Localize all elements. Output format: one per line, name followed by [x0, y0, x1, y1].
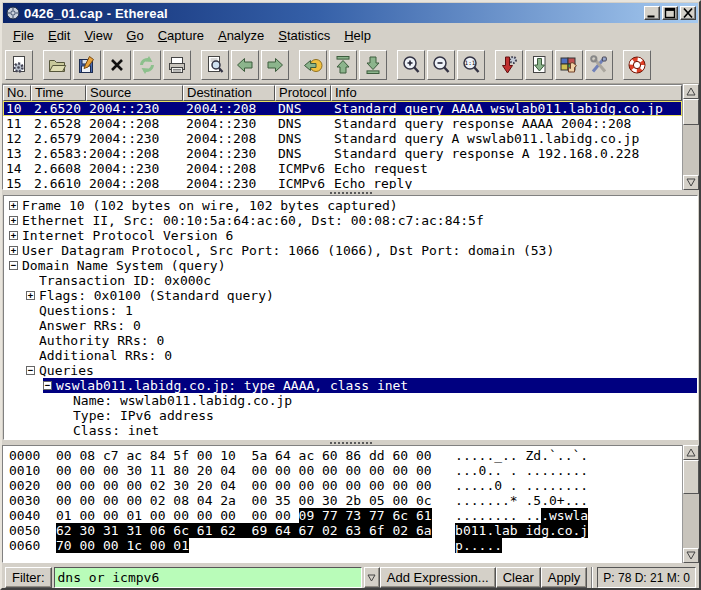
column-header-info[interactable]: Info	[331, 85, 682, 101]
detail-line[interactable]: Answer RRs: 0	[4, 318, 697, 333]
toolbar-close-button[interactable]	[103, 50, 131, 80]
detail-line[interactable]: −wswlab011.labidg.co.jp: type AAAA, clas…	[4, 378, 697, 393]
scroll-down-button[interactable]	[683, 548, 699, 563]
menu-item-view[interactable]: View	[77, 26, 119, 45]
scroll-up-button[interactable]	[683, 84, 699, 99]
toolbar-zoom-100-button[interactable]: 1:1	[457, 50, 485, 80]
menu-item-help[interactable]: Help	[337, 26, 378, 45]
packet-list-scrollbar[interactable]	[682, 84, 699, 190]
indent-spacer	[4, 295, 26, 296]
packet-row-11[interactable]: 112.65282004::2082004::230DNSStandard qu…	[3, 116, 682, 131]
toolbar-zoom-out-button[interactable]	[427, 50, 455, 80]
column-header-protocol[interactable]: Protocol	[275, 85, 331, 101]
hex-scrollbar[interactable]	[682, 445, 699, 563]
toolbar-print-button[interactable]	[163, 50, 191, 80]
collapse-icon[interactable]: −	[9, 261, 18, 270]
minimize-icon	[645, 7, 659, 19]
toolbar-capture-options-button[interactable]	[5, 50, 33, 80]
splitter-grip	[328, 191, 374, 195]
menu-item-analyze[interactable]: Analyze	[211, 26, 271, 45]
maximize-button[interactable]	[662, 6, 678, 20]
packet-row-10[interactable]: 102.65202004::2302004::208DNSStandard qu…	[3, 101, 682, 116]
detail-line[interactable]: Transaction ID: 0x000c	[4, 273, 697, 288]
expand-icon[interactable]: +	[9, 216, 18, 225]
column-header-destination[interactable]: Destination	[183, 85, 275, 101]
menu-item-statistics[interactable]: Statistics	[271, 26, 337, 45]
detail-line[interactable]: Authority RRs: 0	[4, 333, 697, 348]
detail-line[interactable]: Questions: 1	[4, 303, 697, 318]
detail-line[interactable]: +Internet Protocol Version 6	[4, 228, 697, 243]
detail-line[interactable]: −Queries	[4, 363, 697, 378]
menu-item-go[interactable]: Go	[119, 26, 150, 45]
hex-row[interactable]: 000000 08 c7 ac 84 5f 00 10 5a 64 ac 60 …	[9, 448, 682, 463]
detail-line[interactable]: +Frame 10 (102 bytes on wire, 102 bytes …	[4, 198, 697, 213]
close-window-button[interactable]	[680, 6, 696, 20]
column-header-no[interactable]: No.	[3, 85, 31, 101]
column-header-label: Source	[90, 86, 131, 100]
hex-row[interactable]: 003000 00 00 00 02 08 04 2a 00 35 00 30 …	[9, 493, 682, 508]
filter-button[interactable]: Filter:	[5, 567, 52, 588]
menu-item-edit[interactable]: Edit	[41, 26, 77, 45]
expand-icon[interactable]: +	[9, 201, 18, 210]
hex-row[interactable]: 002000 00 00 00 02 30 20 04 00 00 00 00 …	[9, 478, 682, 493]
toolbar-capture-filter-button[interactable]	[495, 50, 523, 80]
expand-icon[interactable]: +	[9, 246, 18, 255]
filter-input[interactable]	[54, 567, 362, 588]
collapse-icon[interactable]: −	[26, 366, 35, 375]
apply-button[interactable]: Apply	[541, 567, 588, 588]
toolbar-help-button[interactable]	[623, 50, 651, 80]
indent-spacer	[4, 280, 39, 281]
detail-line[interactable]: Additional RRs: 0	[4, 348, 697, 363]
hex-row[interactable]: 001000 00 00 30 11 80 20 04 00 00 00 00 …	[9, 463, 682, 478]
packet-destination: 2004::208	[183, 101, 275, 116]
add-expression-button[interactable]: Add Expression...	[380, 567, 496, 588]
packet-time: 2.6583:	[31, 146, 86, 161]
toolbar-display-filter-button[interactable]	[525, 50, 553, 80]
column-header-time[interactable]: Time	[31, 85, 86, 101]
toolbar-reload-button[interactable]	[133, 50, 161, 80]
toolbar-goto-packet-button[interactable]	[299, 50, 327, 80]
toolbar-back-button[interactable]	[231, 50, 259, 80]
scroll-up-button[interactable]	[683, 445, 699, 460]
packet-destination: 2004::230	[183, 176, 275, 190]
hex-ascii: p.....	[455, 538, 502, 553]
filter-dropdown-button[interactable]	[364, 567, 380, 588]
hex-row[interactable]: 006070 00 00 1c 00 01p.....	[9, 538, 682, 553]
detail-line[interactable]: Class: inet	[4, 423, 697, 438]
packet-no: 14	[3, 161, 31, 176]
scrollbar-thumb[interactable]	[683, 460, 699, 494]
toolbar-zoom-in-button[interactable]	[397, 50, 425, 80]
detail-line[interactable]: Type: IPv6 address	[4, 408, 697, 423]
packet-row-13[interactable]: 132.6583:2004::2082004::230DNSStandard q…	[3, 146, 682, 161]
packet-row-12[interactable]: 122.65792004::2302004::208DNSStandard qu…	[3, 131, 682, 146]
expand-icon[interactable]: +	[26, 291, 35, 300]
hex-row[interactable]: 004001 00 00 01 00 00 00 00 00 00 09 77 …	[9, 508, 682, 523]
detail-content: +User Datagram Protocol, Src Port: 1066 …	[9, 243, 697, 258]
toolbar-preferences-button[interactable]	[585, 50, 613, 80]
detail-line[interactable]: +Flags: 0x0100 (Standard query)	[4, 288, 697, 303]
minimize-button[interactable]	[644, 6, 660, 20]
menu-item-file[interactable]: File	[6, 26, 41, 45]
menu-item-capture[interactable]: Capture	[151, 26, 211, 45]
detail-line[interactable]: −Domain Name System (query)	[4, 258, 697, 273]
hex-row[interactable]: 005062 30 31 31 06 6c 61 62 69 64 67 02 …	[9, 523, 682, 538]
toolbar-go-bottom-button[interactable]	[359, 50, 387, 80]
toolbar-save-button[interactable]	[73, 50, 101, 80]
expand-icon[interactable]: +	[9, 231, 18, 240]
scroll-down-button[interactable]	[683, 175, 699, 190]
clear-button[interactable]: Clear	[496, 567, 541, 588]
column-header-source[interactable]: Source	[86, 85, 183, 101]
detail-line[interactable]: +Ethernet II, Src: 00:10:5a:64:ac:60, Ds…	[4, 213, 697, 228]
packet-row-14[interactable]: 142.66082004::2302004::208ICMPv6Echo req…	[3, 161, 682, 176]
toolbar-coloring-rules-button[interactable]	[555, 50, 583, 80]
scrollbar-thumb[interactable]	[683, 99, 699, 125]
title-bar[interactable]: 0426_01.cap - Ethereal	[3, 3, 698, 23]
packet-row-15[interactable]: 152.66102004::2082004::230ICMPv6Echo rep…	[3, 176, 682, 190]
toolbar-find-button[interactable]	[201, 50, 229, 80]
detail-line[interactable]: +User Datagram Protocol, Src Port: 1066 …	[4, 243, 697, 258]
toolbar-open-button[interactable]	[43, 50, 71, 80]
collapse-icon[interactable]: −	[43, 381, 52, 390]
detail-line[interactable]: Name: wswlab011.labidg.co.jp	[4, 393, 697, 408]
toolbar-forward-button[interactable]	[261, 50, 289, 80]
toolbar-go-top-button[interactable]	[329, 50, 357, 80]
